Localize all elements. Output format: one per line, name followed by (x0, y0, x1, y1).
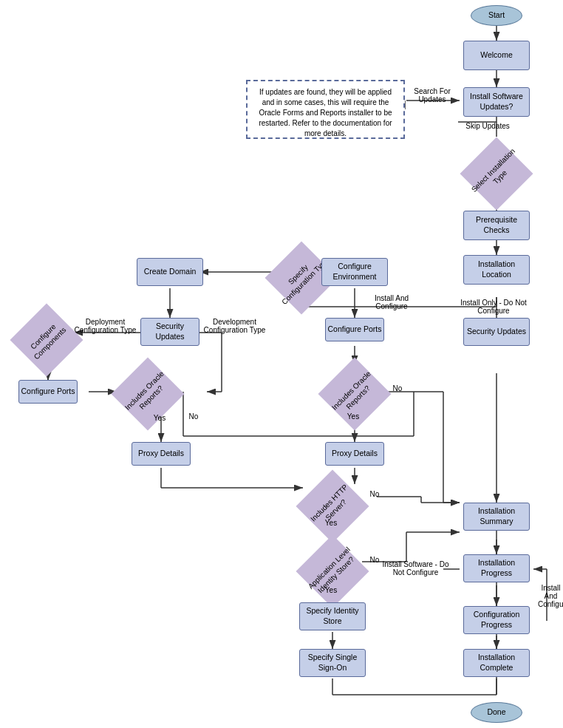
configure-ports-mid-node: Configure Ports (325, 318, 384, 341)
includes-oracle-reports-left-wrapper: Includes Oracle Reports? (115, 361, 181, 427)
prerequisite-checks-node: Prerequisite Checks (463, 211, 530, 240)
includes-oracle-reports-left-label: Includes Oracle Reports? (100, 347, 194, 440)
no-label-left-reports: No (186, 412, 201, 421)
no-label-mid-reports: No (390, 384, 405, 392)
installation-summary-node: Installation Summary (463, 503, 530, 531)
no-label-http: No (367, 490, 382, 498)
installation-complete-node: Installation Complete (463, 649, 530, 677)
configure-components-wrapper: Configure Components (13, 307, 80, 373)
flowchart: Start Welcome Install Software Updates? … (0, 0, 563, 728)
welcome-node: Welcome (463, 41, 530, 70)
install-software-do-not-configure-label: Install Software - Do Not Configure (377, 560, 454, 576)
configure-ports-left-node: Configure Ports (18, 380, 78, 404)
done-node: Done (471, 702, 522, 723)
configuration-progress-node: Configuration Progress (463, 606, 530, 634)
note-box: If updates are found, they will be appli… (246, 80, 405, 139)
security-updates-left-node: Security Updates (140, 318, 199, 346)
skip-updates-label: Skip Updates (458, 122, 517, 130)
includes-oracle-reports-mid-label: Includes Oracle Reports? (307, 347, 401, 440)
start-node: Start (471, 5, 522, 26)
yes-label-mid-reports: Yes (346, 412, 361, 421)
select-installation-type-label: Select Installation Type (449, 126, 543, 220)
configure-components-label: Configure Components (0, 293, 94, 387)
install-software-updates-node: Install Software Updates? (463, 87, 530, 117)
search-for-updates-label: Search For Updates (410, 87, 454, 103)
security-updates-right-node: Security Updates (463, 318, 530, 346)
application-level-identity-wrapper: Application Level Identity Store? (299, 538, 366, 605)
installation-location-node: Installation Location (463, 255, 530, 285)
install-and-configure-right-label: Install And Configure (538, 584, 563, 608)
install-only-label: Install Only - Do Not Configure (457, 299, 530, 315)
installation-progress-node: Installation Progress (463, 554, 530, 582)
specify-single-signon-node: Specify Single Sign-On (299, 649, 366, 677)
select-installation-type-wrapper: Select Installation Type (460, 137, 533, 211)
development-config-label: Development Configuration Type (203, 318, 266, 334)
install-and-configure-label: Install And Configure (362, 294, 421, 310)
yes-label-left-reports: Yes (152, 414, 167, 422)
yes-label-identity: Yes (324, 586, 338, 594)
specify-identity-store-node: Specify Identity Store (299, 602, 366, 630)
create-domain-node: Create Domain (137, 258, 203, 286)
configure-environment-node: Configure Environment (321, 258, 388, 286)
proxy-details-left-node: Proxy Details (132, 442, 191, 466)
